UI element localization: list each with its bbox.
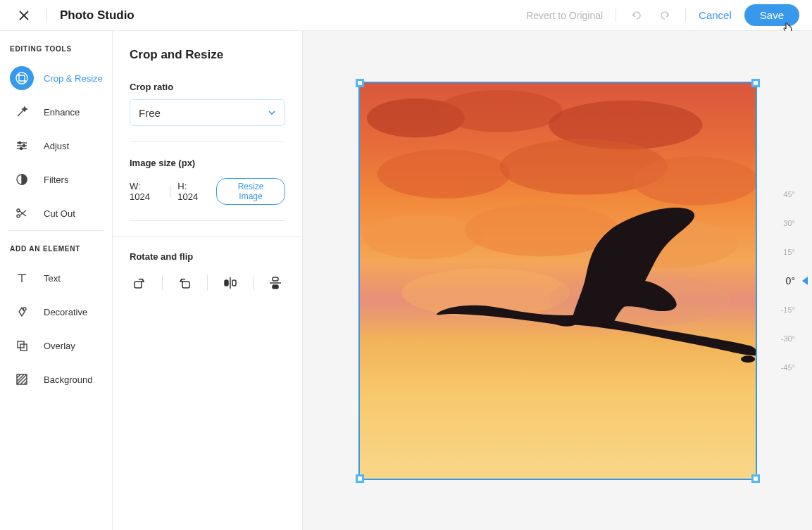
ruler-tick[interactable]: -45°: [770, 362, 806, 372]
svg-rect-31: [232, 280, 236, 286]
svg-point-38: [377, 149, 510, 198]
sidebar-label: Decorative: [44, 307, 87, 317]
sidebar-item-background[interactable]: Background: [0, 362, 112, 396]
resize-image-button[interactable]: Resize Image: [216, 178, 285, 205]
sidebar-label: Enhance: [44, 107, 80, 118]
redo-icon: [658, 9, 671, 22]
sidebar-item-enhance[interactable]: Enhance: [0, 95, 112, 129]
sidebar-label: Background: [44, 374, 92, 385]
filters-icon: [10, 168, 34, 191]
sidebar-item-overlay[interactable]: Overlay: [0, 329, 112, 362]
dropdown-value: Free: [139, 107, 161, 119]
overlay-icon: [10, 334, 34, 358]
divider: [170, 185, 170, 198]
ruler-tick[interactable]: 30°: [770, 218, 806, 228]
settings-panel: Crop and Resize Crop ratio Free Image si…: [113, 31, 303, 530]
crop-handle-top-left[interactable]: [356, 79, 364, 87]
ruler-tick[interactable]: 15°: [770, 247, 806, 257]
save-button[interactable]: Save: [744, 4, 799, 26]
sidebar-item-adjust[interactable]: Adjust: [0, 129, 112, 163]
svg-rect-27: [135, 282, 142, 288]
svg-line-14: [20, 210, 26, 215]
sidebar-item-filters[interactable]: Filters: [0, 163, 112, 196]
crop-handle-bottom-right[interactable]: [751, 474, 760, 483]
image-content: [360, 83, 756, 479]
sidebar-label: Filters: [44, 175, 68, 185]
svg-point-12: [17, 215, 20, 217]
editing-tools-heading: EDITING TOOLS: [0, 31, 112, 61]
text-icon: [10, 266, 34, 290]
crop-ratio-dropdown[interactable]: Free: [130, 99, 285, 126]
sidebar-label: Overlay: [44, 341, 75, 351]
header-actions: Revert to Original Cancel Save: [526, 4, 799, 26]
chevron-down-icon: [268, 108, 276, 117]
close-icon: [18, 10, 30, 21]
sidebar-label: Text: [44, 273, 61, 284]
crop-handle-top-right[interactable]: [751, 79, 760, 87]
rotate-buttons-row: [130, 273, 285, 293]
svg-point-2: [16, 72, 27, 84]
flip-vertical-button[interactable]: [266, 273, 286, 293]
undo-button[interactable]: [629, 8, 644, 23]
svg-marker-17: [19, 308, 25, 316]
sidebar-item-crop-resize[interactable]: Crop & Resize: [0, 61, 112, 95]
rotate-flip-label: Rotate and flip: [130, 251, 285, 262]
image-size-row: W: 1024 H: 1024 Resize Image: [130, 178, 285, 205]
rotate-right-button[interactable]: [130, 273, 149, 293]
width-value: W: 1024: [130, 181, 163, 202]
panel-divider: [130, 220, 285, 221]
svg-point-11: [17, 209, 20, 212]
flip-vertical-icon: [268, 275, 283, 291]
svg-point-41: [363, 214, 482, 259]
svg-rect-33: [273, 277, 278, 281]
ruler-tick[interactable]: -15°: [770, 305, 806, 315]
ruler-tick[interactable]: 45°: [770, 189, 806, 199]
divider: [162, 275, 163, 291]
crop-handle-bottom-left[interactable]: [356, 474, 364, 483]
redo-button[interactable]: [657, 8, 673, 23]
background-icon: [10, 367, 34, 391]
svg-line-3: [18, 110, 24, 116]
enhance-icon: [10, 100, 34, 124]
divider: [253, 275, 254, 291]
app-title: Photo Studio: [60, 8, 135, 23]
svg-point-36: [437, 89, 563, 132]
close-button[interactable]: [14, 6, 34, 25]
cancel-button[interactable]: Cancel: [699, 9, 732, 21]
sidebar-item-decorative[interactable]: Decorative: [0, 295, 112, 329]
svg-point-18: [23, 308, 26, 310]
sidebar-item-cutout[interactable]: Cut Out: [0, 196, 112, 230]
add-element-heading: ADD AN ELEMENT: [0, 231, 112, 261]
flip-horizontal-button[interactable]: [220, 273, 240, 293]
svg-line-25: [20, 378, 27, 384]
undo-icon: [630, 9, 643, 22]
svg-rect-34: [273, 285, 278, 289]
decorative-icon: [10, 300, 34, 324]
svg-line-22: [17, 374, 20, 378]
svg-point-46: [741, 355, 755, 362]
sidebar: EDITING TOOLS Crop & Resize Enhance Adju…: [0, 31, 113, 530]
svg-point-7: [23, 145, 25, 147]
svg-point-40: [632, 156, 756, 206]
rotate-left-button[interactable]: [175, 273, 195, 293]
divider: [207, 275, 208, 291]
rotation-ruler[interactable]: 45° 30° 15° 0° -15° -30° -45°: [770, 189, 806, 372]
adjust-icon: [10, 134, 34, 158]
rotate-left-icon: [177, 275, 192, 291]
svg-rect-28: [182, 282, 189, 288]
scissors-icon: [10, 201, 34, 225]
crop-icon: [10, 66, 34, 90]
flip-horizontal-icon: [223, 275, 238, 291]
crop-ratio-label: Crop ratio: [130, 82, 285, 92]
rotate-right-icon: [132, 275, 147, 291]
ruler-tick-active[interactable]: 0°: [770, 276, 806, 286]
sidebar-item-text[interactable]: Text: [0, 261, 112, 295]
ruler-tick[interactable]: -30°: [770, 334, 806, 343]
svg-rect-30: [225, 280, 228, 286]
svg-point-5: [19, 142, 21, 144]
crop-frame[interactable]: [358, 82, 757, 480]
sidebar-label: Crop & Resize: [44, 73, 103, 84]
ruler-indicator-icon: [802, 277, 808, 285]
revert-button[interactable]: Revert to Original: [526, 10, 603, 21]
divider: [46, 8, 47, 23]
